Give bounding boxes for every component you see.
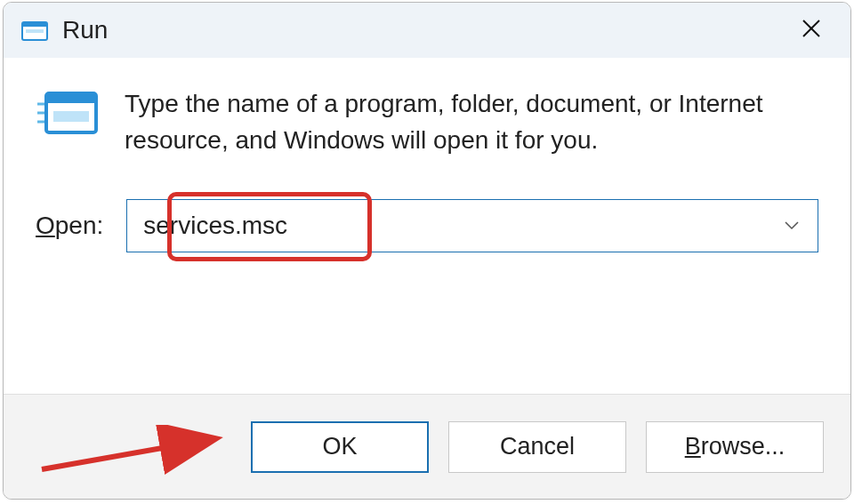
run-large-icon	[36, 86, 100, 140]
close-button[interactable]	[792, 12, 831, 49]
cancel-button[interactable]: Cancel	[448, 421, 626, 473]
titlebar: Run	[4, 3, 850, 58]
svg-rect-7	[53, 111, 89, 122]
cancel-button-label: Cancel	[500, 433, 575, 460]
run-dialog: Run Type the name of a program, folde	[3, 2, 851, 500]
browse-button[interactable]: Browse...	[646, 421, 824, 473]
ok-button-label: OK	[322, 433, 357, 460]
open-label: Open:	[36, 212, 103, 240]
open-input-value: services.msc	[143, 212, 287, 240]
ok-button[interactable]: OK	[251, 421, 429, 473]
svg-rect-2	[26, 29, 44, 33]
open-row: Open: services.msc	[36, 199, 818, 252]
description-row: Type the name of a program, folder, docu…	[36, 86, 818, 158]
dialog-content: Type the name of a program, folder, docu…	[4, 58, 850, 394]
window-title: Run	[62, 16, 108, 44]
svg-line-12	[42, 439, 213, 469]
chevron-down-icon[interactable]	[784, 217, 800, 236]
browse-button-label: Browse...	[685, 433, 786, 460]
annotation-arrow-icon	[35, 425, 239, 478]
title-left: Run	[21, 16, 108, 44]
svg-rect-1	[22, 22, 47, 27]
run-icon	[21, 19, 48, 42]
description-text: Type the name of a program, folder, docu…	[125, 86, 801, 158]
open-combobox[interactable]: services.msc	[126, 199, 818, 252]
button-bar: OK Cancel Browse...	[4, 394, 850, 499]
svg-rect-6	[46, 93, 96, 103]
